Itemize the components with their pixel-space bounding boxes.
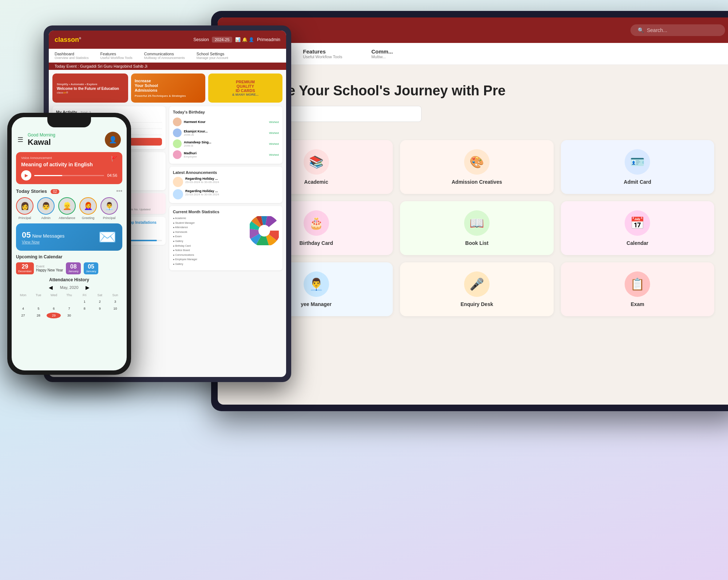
ipad-header: classon® Session 2024-25 📊 🔔 👤 Primeadmi…: [49, 31, 286, 49]
phone-screen: ☰ Good Morning Kawal 👤 Voice Announcemen…: [12, 117, 127, 370]
grid-card-exam[interactable]: 📋 Exam: [561, 262, 714, 316]
user-avatar[interactable]: 👤: [105, 132, 121, 148]
birthday-card: Today's Birthday Harmeet Kour Wished Eka: [169, 106, 282, 164]
attendance-section: Attendance History ◀ May, 2020 ▶ Mon Tue…: [12, 277, 127, 318]
story-attendance[interactable]: 👱 Attendance: [58, 197, 76, 220]
cal-day-9[interactable]: 9: [93, 306, 107, 311]
grid-card-admit-card[interactable]: 🪪 Admit Card: [561, 140, 714, 194]
banner-admissions: IncreaseYour SchoolAdmissions Powerful 2…: [131, 74, 205, 103]
desktop-hero: Elevate Your School's Journey with Pre 🔍…: [218, 65, 728, 133]
attendance-month: May, 2020: [60, 285, 79, 290]
hamburger-icon[interactable]: ☰: [17, 136, 23, 144]
admit-card-icon: 🪪: [625, 149, 650, 175]
cal-day-7[interactable]: 7: [62, 306, 76, 311]
message-text: New Messages: [32, 233, 64, 239]
cal-day-3[interactable]: 3: [108, 299, 122, 305]
session-badge: 2024-25: [212, 37, 232, 43]
story-principal-2[interactable]: 👨‍💼 Principal: [100, 197, 118, 220]
stories-title: Today Stories: [16, 188, 47, 194]
announcement-item-2: Regarding Holiday ... 23-03-2024 to 30-0…: [173, 189, 279, 199]
academic-icon: 📚: [304, 149, 329, 175]
cal-day-29[interactable]: 29: [47, 313, 61, 318]
calendar-event-1: 29 December Event Happy New Year: [16, 262, 63, 274]
cal-day-6[interactable]: 6: [47, 306, 61, 311]
story-principal-1[interactable]: 👩 Principal: [16, 197, 33, 220]
stories-count: 02: [51, 189, 59, 194]
more-icon[interactable]: •••: [116, 188, 122, 194]
calendar-event-2: 08 January: [66, 262, 80, 274]
cal-day-2[interactable]: 2: [93, 299, 107, 305]
attendance-title: Attendance History: [16, 277, 122, 282]
va-duration: 04:56: [107, 173, 117, 178]
announcement-item-1: Regarding Holiday ... 23-03-2024 to 30-0…: [173, 177, 279, 187]
grid-card-enquiry-desk[interactable]: 🎤 Enquiry Desk: [400, 262, 553, 316]
cal-day-1[interactable]: 1: [78, 299, 92, 305]
birthday-card-icon: 🎂: [304, 210, 329, 236]
desktop-search-bar[interactable]: 🔍: [630, 24, 725, 36]
stories-header: Today Stories 02 •••: [16, 188, 122, 194]
message-count: 05: [22, 230, 31, 240]
nav-item-features[interactable]: Features Useful Workflow Tools: [288, 43, 357, 64]
va-progress-bar: [34, 175, 104, 176]
view-now-link[interactable]: View Now: [22, 240, 64, 244]
ipad-right-col: Today's Birthday Harmeet Kour Wished Eka: [169, 106, 282, 273]
grid-card-admission-creatives[interactable]: 🎨 Admission Creatives: [400, 140, 553, 194]
story-greeting[interactable]: 👩‍🦰 Greeting: [79, 197, 97, 220]
birthday-title: Today's Birthday: [173, 110, 279, 114]
flag-icon: 🚩: [111, 156, 117, 162]
cal-day-27[interactable]: 27: [16, 313, 30, 318]
voice-announcement-card: Voice Announcement 🚩 Meaning of activity…: [16, 152, 122, 184]
story-avatar-greeting: 👩‍🦰: [79, 197, 97, 215]
ipad-nav-communications[interactable]: Communications Multiway of Announcements: [138, 49, 191, 62]
grid-card-calendar[interactable]: 📅 Calendar: [561, 201, 714, 255]
desktop-search-input[interactable]: [647, 27, 718, 33]
birthday-item-3: Amandeep Sing... 2099-B Wished: [173, 138, 279, 149]
user-name: Kawal: [28, 138, 105, 147]
exam-icon: 📋: [625, 271, 650, 297]
messages-card[interactable]: 05 New Messages View Now ✉️: [16, 223, 122, 251]
enquiry-desk-icon: 🎤: [464, 271, 490, 297]
ipad-event-bar: Today Event : Gurgaddi Sri Guru Hargobin…: [49, 63, 286, 70]
cal-day-8[interactable]: 8: [78, 306, 92, 311]
story-avatar-admin: 👨: [37, 197, 55, 215]
statistics-card: Current Month Statistics ● Academic ● St…: [169, 206, 282, 270]
book-list-icon: 📖: [464, 210, 490, 236]
stories-section: Today Stories 02 ••• 👩 Principal 👨 Admin…: [12, 188, 127, 220]
stories-row: 👩 Principal 👨 Admin 👱 Attendance 👩‍🦰 Gre…: [16, 197, 122, 220]
ipad-header-right: Session 2024-25 📊 🔔 👤 Primeadmin: [193, 37, 280, 43]
phone-notch: [47, 117, 91, 127]
employee-manager-icon: 👨‍💼: [304, 271, 329, 297]
story-admin[interactable]: 👨 Admin: [37, 197, 55, 220]
calendar-section-title: Upcoming in Calendar: [16, 254, 122, 259]
cal-day-10[interactable]: 10: [108, 306, 122, 311]
good-morning-text: Good Morning: [28, 132, 105, 138]
cal-date-jan05: 05 January: [84, 262, 98, 274]
desktop-nav: Dashboard Overview and Statistics Featur…: [218, 43, 728, 65]
next-month-button[interactable]: ▶: [86, 285, 90, 290]
play-button[interactable]: ▶: [21, 170, 31, 180]
announcements-title: Latest Announcements: [173, 170, 279, 175]
nav-item-comms[interactable]: Comm... Multiw...: [357, 43, 407, 64]
calendar-section: Upcoming in Calendar 29 December Event H…: [12, 254, 127, 274]
cal-day-30[interactable]: 30: [62, 313, 76, 318]
pie-chart: [250, 216, 279, 245]
phone-device: ☰ Good Morning Kawal 👤 Voice Announcemen…: [7, 113, 131, 375]
ipad-nav-dashboard[interactable]: Dashboard Overview and Statistics: [49, 49, 95, 62]
birthday-item-1: Harmeet Kour Wished: [173, 116, 279, 127]
admission-creatives-icon: 🎨: [464, 149, 490, 175]
birthday-item-4: Madhuri Employee Wished: [173, 149, 279, 160]
cal-day-28[interactable]: 28: [31, 313, 46, 318]
va-controls: ▶ 04:56: [21, 170, 117, 180]
calendar-event-3: 05 January: [84, 262, 98, 274]
desktop-feature-grid: 📚 Academic 🎨 Admission Creatives 🪪 Admit…: [218, 133, 728, 323]
attendance-calendar-grid: Mon Tue Wed Thu Fri Sat Sun 1 2 3 4 5 6 …: [16, 293, 122, 318]
cal-day-4[interactable]: 4: [16, 306, 30, 311]
search-icon: 🔍: [638, 27, 644, 33]
cal-day-5[interactable]: 5: [31, 306, 46, 311]
grid-card-book-list[interactable]: 📖 Book List: [400, 201, 553, 255]
ipad-nav-settings[interactable]: School Settings Manage your Account: [191, 49, 234, 62]
ipad-nav-features[interactable]: Features Useful Workflow Tools: [95, 49, 138, 62]
prev-month-button[interactable]: ◀: [49, 285, 53, 290]
va-title: Meaning of activity in English: [21, 162, 117, 167]
cal-date-dec29: 29 December: [16, 262, 34, 274]
